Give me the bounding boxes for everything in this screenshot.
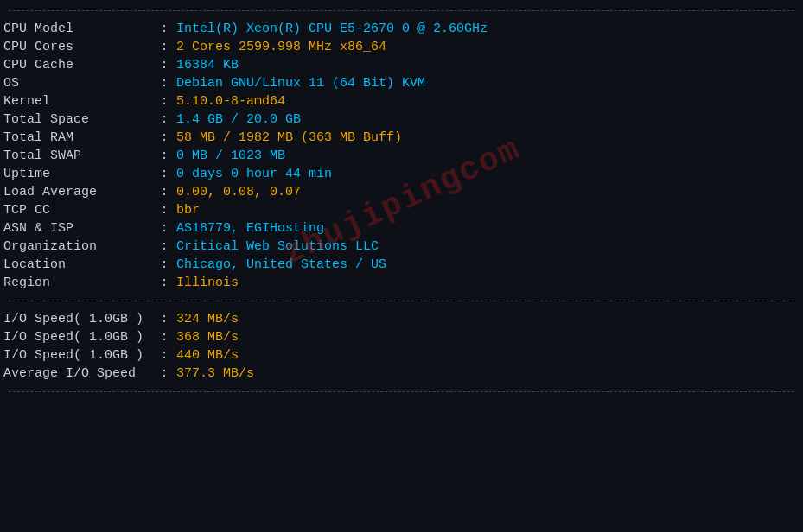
row-label: Region [0,274,156,292]
system-info-section: CPU Model:Intel(R) Xeon(R) CPU E5-2670 0… [0,16,803,295]
row-colon: : [156,92,173,111]
row-value: 58 MB / 1982 MB (363 MB Buff) [173,129,803,147]
row-value: 0 MB / 1023 MB [173,147,803,165]
row-value: 440 MB/s [173,346,803,364]
row-value: 5.10.0-8-amd64 [173,92,803,111]
row-label: I/O Speed( 1.0GB ) [0,346,156,364]
row-value: 368 MB/s [173,328,803,346]
row-colon: : [156,129,173,147]
row-colon: : [156,364,173,383]
table-row: Total Space:1.4 GB / 20.0 GB [0,111,803,129]
row-colon: : [156,147,173,165]
row-value: Debian GNU/Linux 11 (64 Bit) KVM [173,74,803,92]
row-value: 16384 KB [173,56,803,74]
row-value: Chicago, United States / US [173,256,803,274]
row-label: I/O Speed( 1.0GB ) [0,310,156,328]
row-colon: : [156,183,173,201]
row-value: Intel(R) Xeon(R) CPU E5-2670 0 @ 2.60GHz [173,20,803,38]
middle-divider [9,301,794,301]
row-value: 0 days 0 hour 44 min [173,165,803,183]
row-colon: : [156,38,173,56]
table-row: Organization:Critical Web Solutions LLC [0,238,803,256]
row-colon: : [156,219,173,238]
table-row: Uptime:0 days 0 hour 44 min [0,165,803,183]
row-label: Total Space [0,111,156,129]
table-row: OS:Debian GNU/Linux 11 (64 Bit) KVM [0,74,803,92]
main-container: zhujipingcom CPU Model:Intel(R) Xeon(R) … [0,0,803,402]
row-label: CPU Model [0,20,156,38]
table-row: Total RAM:58 MB / 1982 MB (363 MB Buff) [0,129,803,147]
table-row: CPU Model:Intel(R) Xeon(R) CPU E5-2670 0… [0,20,803,38]
table-row: Kernel:5.10.0-8-amd64 [0,92,803,111]
row-colon: : [156,111,173,129]
row-label: Total RAM [0,129,156,147]
table-row: I/O Speed( 1.0GB ):440 MB/s [0,346,803,364]
row-label: I/O Speed( 1.0GB ) [0,328,156,346]
row-value: 377.3 MB/s [173,364,803,383]
row-colon: : [156,274,173,292]
row-label: Organization [0,238,156,256]
row-value: bbr [173,201,803,219]
row-label: Kernel [0,92,156,111]
row-value: Critical Web Solutions LLC [173,238,803,256]
row-colon: : [156,56,173,74]
row-label: Load Average [0,183,156,201]
row-colon: : [156,328,173,346]
row-label: Location [0,256,156,274]
table-row: ASN & ISP:AS18779, EGIHosting [0,219,803,238]
bottom-divider [9,391,794,392]
row-label: CPU Cache [0,56,156,74]
row-label: ASN & ISP [0,219,156,238]
top-divider [9,10,794,11]
row-value: AS18779, EGIHosting [173,219,803,238]
row-value: 0.00, 0.08, 0.07 [173,183,803,201]
row-label: OS [0,74,156,92]
table-row: Region:Illinois [0,274,803,292]
table-row: I/O Speed( 1.0GB ):324 MB/s [0,310,803,328]
table-row: I/O Speed( 1.0GB ):368 MB/s [0,328,803,346]
row-colon: : [156,310,173,328]
table-row: Load Average:0.00, 0.08, 0.07 [0,183,803,201]
row-colon: : [156,201,173,219]
row-label: Average I/O Speed [0,364,156,383]
table-row: Average I/O Speed:377.3 MB/s [0,364,803,383]
row-value: 1.4 GB / 20.0 GB [173,111,803,129]
row-colon: : [156,346,173,364]
row-label: CPU Cores [0,38,156,56]
table-row: Location:Chicago, United States / US [0,256,803,274]
row-value: 2 Cores 2599.998 MHz x86_64 [173,38,803,56]
row-value: 324 MB/s [173,310,803,328]
row-colon: : [156,165,173,183]
row-colon: : [156,74,173,92]
table-row: CPU Cache:16384 KB [0,56,803,74]
row-label: Uptime [0,165,156,183]
table-row: CPU Cores:2 Cores 2599.998 MHz x86_64 [0,38,803,56]
system-info-table: CPU Model:Intel(R) Xeon(R) CPU E5-2670 0… [0,20,803,292]
table-row: TCP CC:bbr [0,201,803,219]
row-label: Total SWAP [0,147,156,165]
table-row: Total SWAP:0 MB / 1023 MB [0,147,803,165]
io-info-table: I/O Speed( 1.0GB ):324 MB/sI/O Speed( 1.… [0,310,803,383]
row-label: TCP CC [0,201,156,219]
row-colon: : [156,20,173,38]
row-colon: : [156,256,173,274]
io-info-section: I/O Speed( 1.0GB ):324 MB/sI/O Speed( 1.… [0,307,803,386]
row-colon: : [156,238,173,256]
row-value: Illinois [173,274,803,292]
